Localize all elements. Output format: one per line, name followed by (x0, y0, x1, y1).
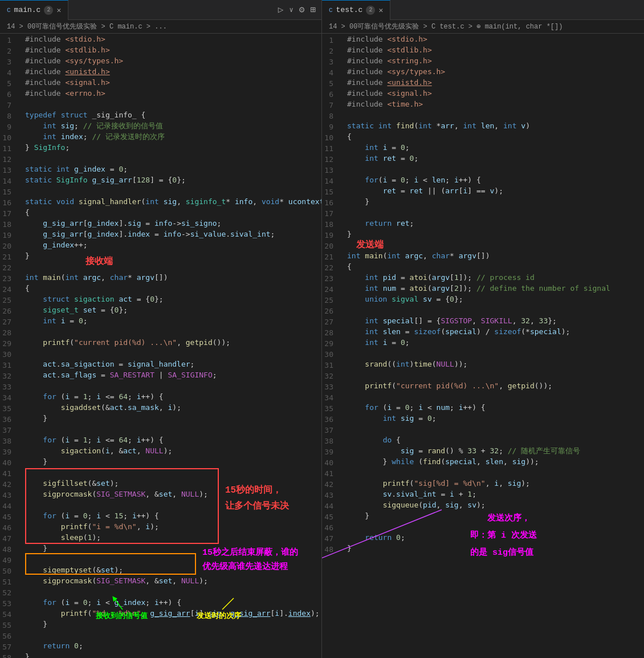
line-number: 27 (0, 316, 16, 327)
code-line: printf("i = %d\n", i); (25, 521, 321, 532)
tab-test-label: test.c (336, 6, 363, 14)
code-line: struct sigaction act = {0}; (25, 294, 321, 304)
code-line (347, 304, 644, 315)
code-line: } (347, 543, 644, 554)
line-number: 31 (0, 360, 16, 371)
line-number: 3 (0, 56, 16, 67)
line-number: 19 (322, 230, 338, 241)
line-number: 22 (0, 262, 16, 273)
breadcrumb-right: 14 > 00可靠信号优先级实验 > C test.c > ⊕ main(int… (322, 20, 644, 33)
layout-icon[interactable]: ⊞ (310, 4, 316, 15)
line-number: 48 (322, 544, 338, 555)
code-line (347, 424, 644, 434)
line-number: 17 (0, 208, 16, 219)
line-number: 24 (0, 284, 16, 295)
line-number: 4 (0, 67, 16, 78)
line-number: 44 (322, 501, 338, 511)
line-number: 7 (0, 100, 16, 111)
line-number: 54 (0, 609, 16, 620)
code-line (347, 239, 644, 250)
line-number: 21 (0, 251, 16, 262)
code-line: union sigval sv = {0}; (347, 294, 644, 304)
code-line: } (25, 543, 321, 554)
line-number: 29 (322, 338, 338, 349)
code-line (25, 424, 321, 434)
line-number: 43 (322, 490, 338, 501)
code-line (347, 391, 644, 402)
code-line (347, 207, 644, 218)
tab-main-c[interactable]: C main.c 2 ✕ (0, 0, 68, 20)
line-number: 28 (0, 327, 16, 338)
line-number: 41 (0, 468, 16, 479)
line-number: 11 (0, 143, 16, 154)
line-number: 12 (0, 154, 16, 165)
line-number: 3 (322, 56, 338, 67)
breadcrumb-left: 14 > 00可靠信号优先级实验 > C main.c > ... (0, 20, 322, 33)
run-icon[interactable]: ▷ (278, 4, 284, 15)
code-line (347, 369, 644, 380)
close-main-tab[interactable]: ✕ (56, 6, 61, 15)
line-number: 40 (322, 457, 338, 468)
code-line: } while (find(special, slen, sig)); (347, 456, 644, 467)
line-number: 31 (322, 360, 338, 371)
line-number: 7 (322, 100, 338, 111)
line-number: 22 (322, 262, 338, 273)
line-number: 20 (322, 241, 338, 251)
code-line: sigprocmask(SIG_SETMASK, &set, NULL); (25, 575, 321, 586)
line-number: 41 (322, 468, 338, 479)
line-number: 18 (0, 219, 16, 230)
line-number: 13 (0, 165, 16, 176)
code-line: int i = 0; (25, 315, 321, 326)
close-test-tab[interactable]: ✕ (378, 6, 383, 15)
tab-main-label: main.c (14, 6, 41, 14)
breadcrumb-left-text: 14 > 00可靠信号优先级实验 > C main.c > ... (7, 23, 167, 31)
chevron-down-icon[interactable]: ∨ (289, 6, 293, 14)
line-number: 18 (322, 219, 338, 230)
code-line (25, 99, 321, 109)
code-line (25, 467, 321, 478)
line-number: 53 (0, 598, 16, 609)
line-number: 50 (0, 566, 16, 576)
code-line: return 0; (25, 640, 321, 651)
code-line: g_index++; (25, 239, 321, 250)
line-number: 6 (322, 89, 338, 100)
code-line: sigaction(i, &act, NULL); (25, 445, 321, 456)
code-line (347, 467, 644, 478)
code-line: int pid = atoi(argv[1]); // process id (347, 272, 644, 283)
line-number: 35 (322, 403, 338, 414)
code-line: typedef struct _sig_info_ { (25, 109, 321, 120)
code-line (25, 326, 321, 337)
c-file-icon: C (7, 7, 11, 14)
line-number: 56 (0, 631, 16, 641)
code-line: } (25, 413, 321, 424)
line-number: 29 (0, 338, 16, 349)
line-number: 51 (0, 576, 16, 587)
code-line: #include <string.h> (347, 55, 644, 66)
code-line: int ret = 0; (347, 153, 644, 164)
code-line (347, 109, 644, 120)
line-number: 2 (322, 46, 338, 56)
tab-test-c[interactable]: C test.c 2 ✕ (322, 0, 390, 20)
code-line: int main(int argc, char* argv[]) (25, 272, 321, 283)
line-number: 23 (0, 273, 16, 284)
line-number: 25 (0, 295, 16, 306)
code-line: return ret; (347, 218, 644, 229)
line-number: 52 (0, 587, 16, 598)
code-line (25, 554, 321, 564)
line-number: 8 (0, 111, 16, 121)
code-line: } (25, 619, 321, 629)
config-icon[interactable]: ⚙ (299, 4, 305, 15)
code-line: sigemptyset(&set); (25, 564, 321, 575)
code-line: int num = atoi(argv[2]); // define the n… (347, 283, 644, 294)
line-number: 13 (322, 165, 338, 176)
line-number: 36 (322, 414, 338, 425)
code-line: printf("%d : %d\n", g_sig_arr[i].sig, g_… (25, 608, 321, 619)
code-line: act.sa_sigaction = signal_handler; (25, 359, 321, 369)
code-line (25, 348, 321, 359)
code-line: static int g_index = 0; (25, 164, 321, 174)
line-number: 46 (0, 522, 16, 533)
code-line: sigqueue(pid, sig, sv); (347, 499, 644, 510)
right-editor: 1234567891011121314151617181920212223242… (322, 34, 644, 658)
line-number: 21 (322, 251, 338, 262)
code-line (347, 521, 644, 532)
